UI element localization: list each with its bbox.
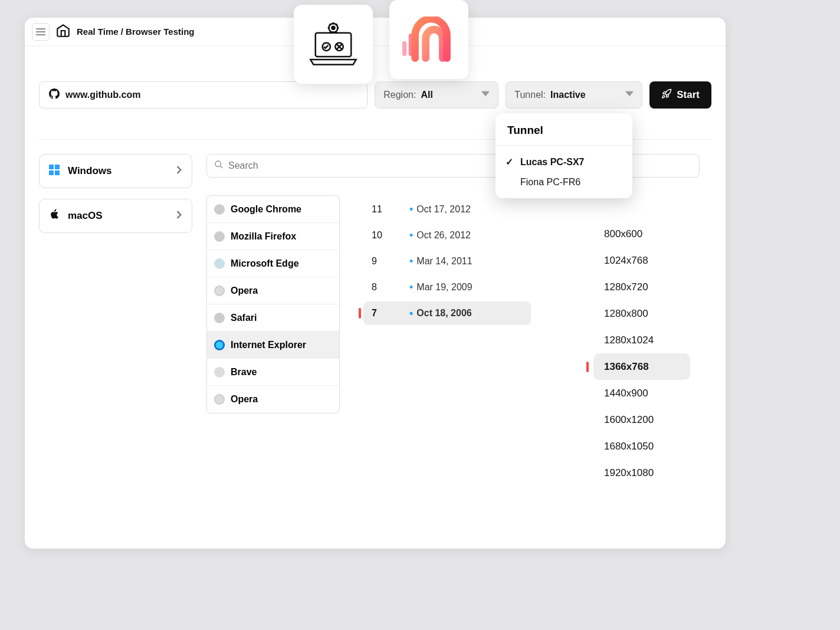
resolution-item[interactable]: 1366x768 (593, 353, 690, 380)
os-item-windows[interactable]: Windows (39, 154, 192, 188)
resolution-label: 1440x900 (604, 388, 648, 399)
region-value: All (421, 90, 432, 100)
opera-icon (214, 394, 225, 405)
start-button[interactable]: Start (649, 81, 711, 109)
browser-item-firefox[interactable]: Mozilla Firefox (207, 223, 339, 250)
browser-list: Google Chrome Mozilla Firefox Microsoft … (206, 195, 340, 414)
svg-rect-1 (55, 165, 60, 169)
os-label: macOS (68, 210, 168, 222)
chevron-down-icon (625, 90, 634, 100)
laptop-gear-icon (309, 21, 358, 67)
version-number: 9 (372, 256, 409, 267)
browser-label: Internet Explorer (231, 340, 306, 350)
resolution-item[interactable]: 1024x768 (593, 247, 690, 274)
toolbar: Region: All Tunnel: Inactive Start (25, 72, 726, 118)
version-date: Mar 14, 2011 (416, 256, 472, 267)
browser-item-chrome[interactable]: Google Chrome (207, 196, 339, 223)
dropdown-title: Tunnel (496, 124, 632, 146)
browser-item-edge[interactable]: Microsoft Edge (207, 250, 339, 277)
version-list: 11 • Oct 17, 2012 10 • Oct 26, 2012 9 • … (363, 198, 531, 414)
version-number: 7 (372, 308, 409, 319)
browser-item-brave[interactable]: Brave (207, 359, 339, 386)
opera-icon (214, 286, 225, 296)
svg-rect-5 (316, 33, 351, 57)
windows-icon (49, 165, 60, 178)
resolution-label: 1680x1050 (604, 441, 654, 452)
version-item[interactable]: 11 • Oct 17, 2012 (363, 198, 531, 221)
resolution-item[interactable]: 1440x900 (593, 380, 690, 406)
url-input-wrap[interactable] (39, 81, 368, 109)
browser-label: Google Chrome (231, 204, 301, 215)
tunnel-dropdown: Tunnel ✓ Lucas PC-SX7 Fiona PC-FR6 (496, 113, 632, 198)
resolution-label: 1280x1024 (604, 334, 654, 346)
resolution-item[interactable]: 1280x1024 (593, 327, 690, 353)
dot-icon: • (409, 281, 413, 294)
resolution-label: 1600x1200 (604, 414, 654, 426)
version-date: Oct 17, 2012 (416, 204, 471, 215)
github-icon (49, 88, 60, 101)
browser-item-opera[interactable]: Opera (207, 277, 339, 304)
resolution-item[interactable]: 800x600 (593, 221, 690, 247)
browser-panel: Google Chrome Mozilla Firefox Microsoft … (206, 195, 543, 414)
browser-label: Brave (231, 367, 257, 378)
active-marker (586, 362, 589, 372)
tunnel-select[interactable]: Tunnel: Inactive (506, 81, 642, 109)
tunnel-label: Tunnel: (514, 90, 546, 100)
browser-label: Microsoft Edge (231, 258, 299, 269)
safari-icon (214, 313, 225, 323)
browser-label: Mozilla Firefox (231, 231, 296, 242)
browser-label: Safari (231, 313, 257, 323)
resolution-label: 1024x768 (604, 255, 648, 267)
resolution-item[interactable]: 1680x1050 (593, 433, 690, 460)
svg-point-4 (215, 161, 221, 166)
dropdown-item[interactable]: ✓ Lucas PC-SX7 (496, 152, 632, 172)
menu-button[interactable] (32, 23, 50, 41)
version-item[interactable]: 10 • Oct 26, 2012 (363, 224, 531, 247)
edge-icon (214, 258, 225, 269)
tunnel-value: Inactive (550, 90, 586, 100)
resolution-item[interactable]: 1280x800 (593, 300, 690, 327)
dropdown-item-label: Fiona PC-FR6 (520, 177, 580, 188)
svg-rect-10 (402, 41, 406, 56)
logo-icon (55, 23, 71, 41)
svg-rect-2 (49, 170, 54, 175)
resolution-label: 1280x720 (604, 281, 648, 293)
floating-card-brand (389, 0, 468, 79)
mid-column: Google Chrome Mozilla Firefox Microsoft … (206, 154, 543, 414)
brave-icon (214, 367, 225, 378)
chrome-icon (214, 204, 225, 215)
ie-icon (214, 340, 225, 350)
svg-rect-3 (55, 170, 60, 175)
os-label: Windows (68, 165, 168, 177)
os-list: Windows macOS (39, 154, 192, 414)
version-number: 8 (372, 282, 409, 293)
version-date: Oct 26, 2012 (416, 230, 471, 241)
region-select[interactable]: Region: All (375, 81, 498, 109)
resolution-item[interactable]: 1280x720 (593, 274, 690, 300)
dot-icon: • (409, 307, 413, 320)
chevron-right-icon (176, 166, 182, 176)
dropdown-item-label: Lucas PC-SX7 (520, 157, 584, 168)
svg-point-9 (332, 27, 334, 29)
browser-item-ie[interactable]: Internet Explorer (207, 332, 339, 359)
dot-icon: • (409, 255, 413, 268)
firefox-icon (214, 231, 225, 242)
start-label: Start (677, 89, 700, 101)
os-item-macos[interactable]: macOS (39, 199, 192, 233)
version-item[interactable]: 7 • Oct 18, 2006 (363, 301, 531, 325)
app-window: Real Time / Browser Testing Region: All … (25, 18, 726, 549)
resolution-item[interactable]: 1600x1200 (593, 406, 690, 433)
version-number: 11 (372, 204, 409, 215)
resolution-item[interactable]: 1920x1080 (593, 460, 690, 486)
resolution-list: 800x600 1024x768 1280x720 1280x800 1280x… (593, 221, 690, 486)
version-item[interactable]: 8 • Mar 19, 2009 (363, 275, 531, 299)
url-input[interactable] (65, 90, 357, 100)
version-item[interactable]: 9 • Mar 14, 2011 (363, 250, 531, 273)
browser-item-opera2[interactable]: Opera (207, 386, 339, 413)
dropdown-item[interactable]: Fiona PC-FR6 (496, 172, 632, 192)
search-icon (214, 160, 224, 172)
apple-icon (49, 209, 60, 223)
browser-item-safari[interactable]: Safari (207, 304, 339, 332)
floating-card-laptop (294, 5, 373, 84)
version-date: Oct 18, 2006 (416, 308, 471, 319)
